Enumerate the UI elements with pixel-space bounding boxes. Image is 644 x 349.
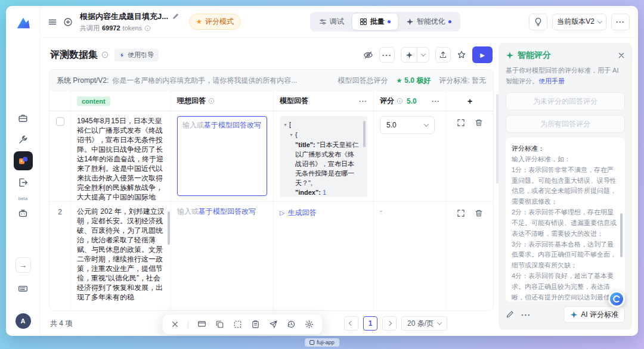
ideal-answer-cell[interactable]: 输入或基于模型回答改写 [171, 202, 274, 310]
score-cell: 5.0 [374, 111, 447, 201]
sidebar-item-tools[interactable] [14, 130, 33, 149]
criteria-summary: 评分标准: 暂无 [439, 76, 486, 86]
content-cell[interactable]: 公元前 202 年，刘邦建立汉朝，定都长安。汉初经济残破、百废待兴，为了巩固统治… [71, 202, 171, 310]
tab-debug[interactable]: 调试 [312, 14, 351, 30]
topbar-more-button[interactable]: ··· [611, 14, 630, 30]
edit-criteria-button[interactable] [506, 310, 514, 319]
sidebar-nav: beta [14, 108, 33, 223]
sidebar-bottom: → A [14, 257, 33, 329]
select-area-button[interactable] [233, 320, 242, 329]
delete-row-button[interactable] [475, 119, 483, 127]
settings-button[interactable] [305, 320, 314, 329]
content-cell[interactable]: 1945年8月15日，日本天皇裕仁以广播形式发布《终战诏书》，宣布日本无条件投降… [71, 111, 171, 201]
rewrite-from-model-link[interactable]: 基于模型回答改写 [199, 207, 256, 216]
header-select-cell [49, 91, 71, 111]
scrollbar-thumb[interactable] [363, 121, 366, 147]
sliders-icon [319, 18, 327, 26]
page-title: 评测数据集 [50, 49, 98, 61]
assistant-bubble[interactable] [608, 291, 625, 307]
ai-generate-button[interactable] [401, 48, 417, 62]
avatar[interactable]: A [16, 313, 31, 329]
prev-page-button[interactable] [344, 316, 358, 331]
page-size-select[interactable]: 20 条/页 [401, 316, 447, 331]
caret-down-icon[interactable]: ▼ [289, 133, 293, 137]
expand-row-button[interactable] [457, 209, 465, 217]
history-button[interactable] [287, 320, 296, 329]
total-score: ★5.0 极好 [396, 76, 431, 86]
sidebar-item-workspace[interactable] [14, 108, 33, 127]
lightbulb-icon [534, 17, 543, 26]
score-select[interactable]: 5.0 [380, 116, 435, 134]
window-view-button[interactable] [197, 320, 206, 329]
run-button[interactable]: ▶ [472, 46, 493, 63]
criteria-textarea[interactable]: 评分标准： 输入评分标准，如： 1分：表示回答非常不满意，存在严重问题。可能包含… [506, 138, 625, 301]
circle-add-icon[interactable] [63, 17, 73, 27]
version-select[interactable]: 当前版本V2 [552, 14, 606, 30]
next-page-button[interactable] [382, 316, 397, 331]
ideal-answer-input[interactable]: 输入或基于模型回答改写 [177, 116, 267, 196]
session-title-block: 根据内容生成题目填充J... 共调用69972tokens [80, 11, 179, 33]
star-outline-icon [457, 50, 466, 60]
close-panel-button[interactable] [618, 52, 625, 59]
sidebar: beta → A [6, 6, 41, 336]
favorite-button[interactable] [457, 50, 466, 60]
delete-row-button[interactable] [475, 209, 483, 217]
ai-criteria-button[interactable]: AI 评分标准 [564, 306, 625, 323]
export-button[interactable] [435, 47, 451, 63]
shortcut-keyboard-button[interactable] [14, 279, 33, 298]
score-column-menu[interactable]: ··· [432, 98, 440, 105]
current-page-button[interactable]: 1 [363, 316, 377, 331]
prompt-label: 系统 Prompt/V2: [57, 76, 109, 86]
panel-header: 智能评分 [506, 50, 625, 61]
expand-row-button[interactable] [457, 119, 465, 127]
guide-badge[interactable]: 使用引导 [114, 49, 159, 61]
chevron-down-icon [597, 18, 602, 23]
tab-batch[interactable]: 批量 [352, 14, 398, 30]
row-select-cell [49, 111, 71, 201]
floating-toolbar [162, 314, 323, 335]
panel-footer: ··· AI 评分标准 [506, 306, 625, 323]
model-column-menu[interactable]: ··· [359, 98, 367, 105]
header-ideal: 理想回答 [171, 91, 274, 111]
share-button[interactable] [269, 320, 278, 329]
model-answer-json[interactable]: ▼[ ▼{ "title": "日本天皇裕仁以广播形式发布《终战诏书》，宣布日本… [280, 116, 367, 197]
menu-icon[interactable] [48, 17, 57, 27]
manual-link[interactable]: 使用手册 [538, 77, 565, 85]
tab-optimize[interactable]: 智能优化 [399, 14, 459, 30]
scrollbar-thumb[interactable] [168, 211, 170, 245]
dataset-more-button[interactable]: ··· [379, 47, 395, 63]
robot-chat-icon [18, 208, 28, 219]
app-logo[interactable] [14, 14, 32, 32]
watermark-badge: fuji-app [305, 338, 339, 347]
add-column-button[interactable]: + [447, 91, 493, 111]
clipboard-button[interactable] [251, 320, 260, 329]
chevron-down-icon [424, 121, 429, 126]
close-icon [618, 52, 625, 59]
ai-generate-dropdown[interactable] [417, 48, 429, 62]
copy-icon [215, 320, 224, 329]
row-checkbox[interactable] [56, 117, 64, 126]
sidebar-item-export[interactable] [14, 173, 33, 192]
score-cell: - [374, 202, 447, 310]
score-all-button[interactable]: 为所有回答评分 [506, 115, 625, 133]
table-row: 2 公元前 202 年，刘邦建立汉朝，定都长安。汉初经济残破、百废待兴，为了巩固… [49, 202, 493, 310]
caret-down-icon[interactable]: ▼ [283, 123, 287, 127]
session-title: 根据内容生成题目填充J... [80, 11, 168, 22]
tips-button[interactable] [529, 14, 547, 30]
sidebar-item-assistant-beta[interactable] [14, 204, 33, 223]
magic-sparkle-icon [506, 51, 514, 60]
generate-answer-button[interactable]: ▷ 生成回答 [280, 207, 316, 219]
total-score-label: 模型回答总评分 [338, 76, 388, 86]
close-toolbar-button[interactable] [171, 320, 179, 328]
panel-more-button[interactable]: ··· [521, 310, 531, 319]
hide-columns-button[interactable] [363, 50, 373, 60]
scrollbar-thumb[interactable] [620, 213, 623, 257]
system-prompt-bar[interactable]: 系统 Prompt/V2: 你是一名严格的内容填充助手，请你将我提供的所有内容.… [49, 70, 493, 91]
edit-title-icon[interactable] [172, 13, 179, 20]
copy-button[interactable] [215, 320, 224, 329]
sidebar-item-agent-active[interactable] [14, 151, 33, 170]
rewrite-from-model-link[interactable]: 基于模型回答改写 [204, 121, 261, 129]
expand-sidebar-button[interactable]: → [16, 257, 31, 273]
main-area: 评测数据集 使用引导 ··· [41, 38, 499, 336]
score-unrated-button[interactable]: 为未评分的回答评分 [506, 92, 625, 110]
